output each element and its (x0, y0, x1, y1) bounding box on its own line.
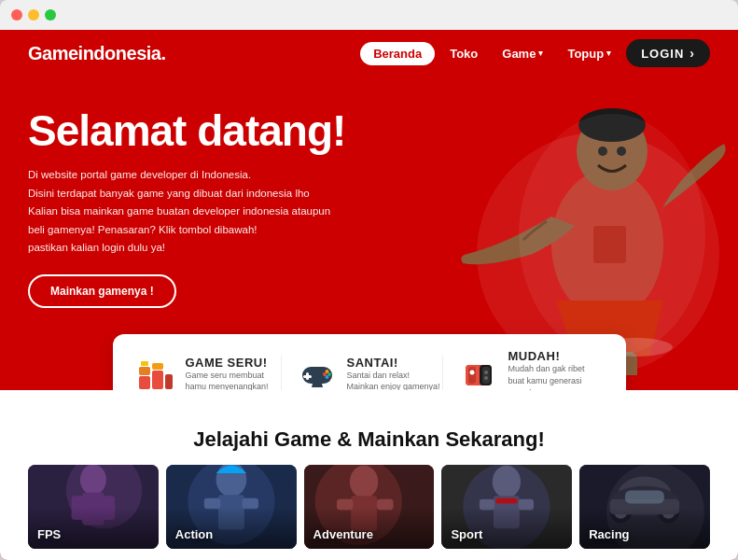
hero-cta-button[interactable]: Mainkan gamenya ! (28, 274, 176, 308)
game-seru-icon (135, 354, 176, 390)
login-arrow-icon: › (689, 46, 695, 61)
feature-mudah: MUDAH! Mudah dan gak ribet buat kamu gen… (458, 349, 604, 390)
santai-icon (297, 354, 338, 390)
feature-game-seru-text: GAME SERU! Game seru membuat hamu menyen… (186, 356, 281, 390)
svg-rect-14 (152, 363, 163, 370)
nav-item-topup[interactable]: Topup ▾ (558, 42, 620, 65)
login-button[interactable]: LOGIN › (626, 39, 710, 67)
sport-label: Sport (451, 527, 482, 541)
nav-item-toko[interactable]: Toko (440, 42, 487, 65)
minimize-dot[interactable] (28, 9, 39, 21)
hero-description: Di website portal game developer di Indo… (28, 166, 345, 258)
svg-rect-13 (152, 371, 163, 389)
svg-rect-19 (303, 375, 312, 378)
navbar: Gameindonesia. Beranda Toko Game ▾ Topup… (0, 30, 738, 77)
nav-item-game[interactable]: Game ▾ (493, 42, 552, 65)
hero-section: Selamat datang! Di website portal game d… (0, 77, 738, 390)
browser-chrome (0, 0, 738, 30)
svg-point-46 (350, 466, 378, 498)
hero-content: Selamat datang! Di website portal game d… (28, 99, 345, 308)
hero-title: Selamat datang! (28, 108, 345, 153)
svg-rect-16 (141, 361, 148, 366)
features-bar: GAME SERU! Game seru membuat hamu menyen… (113, 334, 626, 390)
page-content: Gameindonesia. Beranda Toko Game ▾ Topup… (0, 30, 738, 560)
svg-rect-56 (496, 498, 518, 504)
svg-rect-15 (165, 374, 173, 389)
svg-point-29 (469, 370, 474, 374)
game-card-racing[interactable]: Racing (579, 465, 710, 549)
svg-rect-28 (482, 367, 490, 384)
svg-point-10 (519, 114, 705, 357)
svg-point-31 (484, 376, 488, 380)
game-chevron-icon: ▾ (538, 49, 543, 58)
svg-point-34 (80, 465, 106, 495)
svg-rect-66 (625, 491, 664, 504)
adventure-label: Adventure (313, 527, 373, 541)
maximize-dot[interactable] (45, 9, 56, 21)
feature-santai: SANTAI! Santai dan relax! Mainkan enjoy … (297, 354, 442, 390)
feature-mudah-text: MUDAH! Mudah dan gak ribet buat kamu gen… (508, 349, 604, 390)
svg-point-23 (325, 375, 328, 379)
action-label: Action (175, 527, 213, 541)
feature-santai-text: SANTAI! Santai dan relax! Mainkan enjoy … (347, 356, 442, 390)
nav-item-beranda[interactable]: Beranda (360, 42, 435, 65)
nav-links: Beranda Toko Game ▾ Topup ▾ LOGIN › (360, 39, 710, 67)
svg-rect-11 (139, 376, 150, 389)
close-dot[interactable] (11, 9, 22, 21)
content-section: Jelajahi Game & Mainkan Sekarang! (0, 390, 738, 560)
svg-rect-27 (468, 367, 476, 384)
game-card-fps[interactable]: FPS (28, 465, 159, 549)
svg-point-30 (484, 371, 488, 374)
mudah-icon (458, 354, 499, 390)
svg-point-52 (493, 466, 521, 498)
game-card-action[interactable]: Action (166, 465, 297, 549)
game-card-adventure[interactable]: Adventure (304, 465, 435, 549)
topup-chevron-icon: ▾ (606, 49, 611, 58)
racing-label: Racing (589, 527, 629, 541)
svg-point-22 (325, 370, 328, 373)
logo: Gameindonesia. (28, 43, 166, 64)
svg-rect-12 (139, 367, 150, 375)
game-categories: FPS (28, 465, 710, 549)
fps-label: FPS (37, 527, 61, 541)
section-title: Jelajahi Game & Mainkan Sekarang! (28, 427, 710, 452)
hero-character-image (411, 77, 738, 375)
feature-game-seru: GAME SERU! Game seru membuat hamu menyen… (135, 354, 281, 390)
game-card-sport[interactable]: Sport (441, 465, 572, 549)
